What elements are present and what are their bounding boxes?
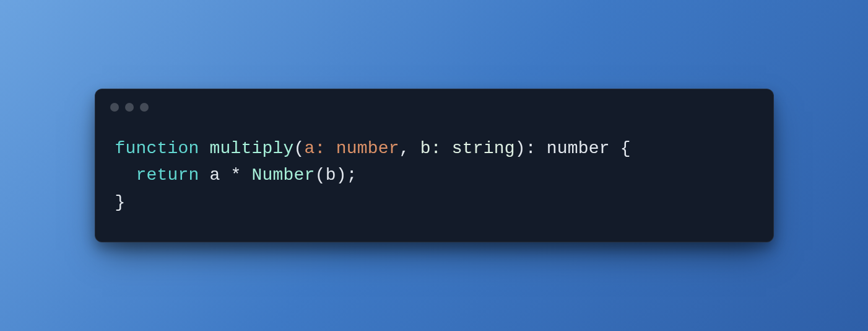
code-token: : [431, 139, 452, 158]
code-line: function multiply(a: number, b: string):… [115, 135, 753, 162]
code-token [115, 166, 136, 185]
code-token: number [336, 139, 399, 158]
code-window: function multiply(a: number, b: string):… [95, 89, 774, 242]
code-token: a [210, 166, 220, 185]
code-token: Number [252, 166, 315, 185]
code-token: b [420, 139, 431, 158]
code-token: a [305, 139, 315, 158]
code-token: number [547, 139, 610, 158]
code-token: string [452, 139, 515, 158]
code-token: * [220, 166, 252, 185]
code-token: ( [294, 139, 305, 158]
code-token: } [115, 193, 126, 212]
code-token: ); [336, 166, 357, 185]
code-content: function multiply(a: number, b: string):… [95, 112, 773, 242]
code-token: b [326, 166, 336, 185]
code-line: return a * Number(b); [115, 162, 753, 188]
minimize-icon[interactable] [125, 103, 134, 112]
code-line: } [115, 189, 753, 216]
code-token [199, 166, 210, 185]
code-token: ) [515, 139, 526, 158]
code-token: : [315, 139, 336, 158]
code-token: multiply [210, 139, 294, 158]
code-token: return [136, 166, 199, 185]
zoom-icon[interactable] [140, 103, 149, 112]
code-token: ( [315, 166, 326, 185]
window-titlebar [95, 89, 773, 112]
code-token: { [610, 139, 631, 158]
code-token: : [526, 139, 547, 158]
close-icon[interactable] [110, 103, 119, 112]
code-token: function [115, 139, 199, 158]
code-token [199, 139, 210, 158]
code-token: , [399, 139, 420, 158]
